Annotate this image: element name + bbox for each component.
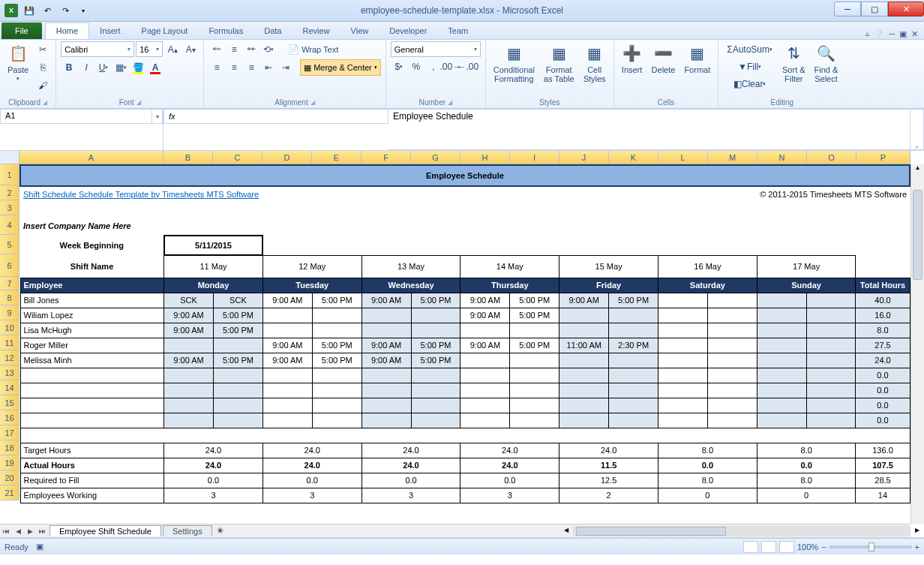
vertical-scrollbar[interactable]: ▲ <box>910 164 924 524</box>
shift-cell[interactable] <box>609 383 658 398</box>
font-size-dropdown[interactable]: 16▾ <box>136 41 163 57</box>
row-header-1[interactable]: 1 <box>0 164 20 185</box>
summary-label[interactable]: Actual Hours <box>20 458 164 473</box>
shift-cell[interactable] <box>362 398 411 413</box>
col-header-P[interactable]: P <box>856 151 910 164</box>
row-header-9[interactable]: 9 <box>0 305 20 320</box>
shift-cell[interactable] <box>460 383 510 398</box>
delete-cells-button[interactable]: ➖Delete <box>649 41 679 76</box>
title-cell[interactable]: Employee Schedule <box>20 165 910 186</box>
shift-cell[interactable]: 9:00 AM <box>262 353 312 368</box>
zoom-in-icon[interactable]: + <box>915 542 920 551</box>
merge-center-button[interactable]: ▦Merge & Center▾ <box>300 59 381 76</box>
alignment-launcher-icon[interactable]: ◢ <box>310 99 315 106</box>
shift-cell[interactable] <box>164 398 214 413</box>
paste-button[interactable]: 📋 Paste▾ <box>4 41 32 83</box>
row-header-3[interactable]: 3 <box>0 200 20 215</box>
summary-value[interactable]: 2 <box>560 488 658 503</box>
employee-name-cell[interactable]: Roger Miller <box>20 338 164 353</box>
shift-cell[interactable] <box>164 368 214 383</box>
employee-header[interactable]: Employee <box>20 278 164 293</box>
col-header-H[interactable]: H <box>460 151 510 164</box>
total-cell[interactable]: 0.0 <box>856 398 910 413</box>
shift-cell[interactable] <box>560 368 609 383</box>
summary-value[interactable]: 3 <box>460 488 560 503</box>
shift-cell[interactable] <box>806 398 856 413</box>
day-header[interactable]: Thursday <box>460 278 560 293</box>
shift-cell[interactable]: SCK <box>213 293 262 308</box>
col-header-O[interactable]: O <box>807 151 856 164</box>
total-cell[interactable]: 8.0 <box>856 323 910 338</box>
orientation-icon[interactable]: ⟲▾ <box>260 41 277 58</box>
employee-name-cell[interactable]: Wiliam Lopez <box>20 308 164 323</box>
format-cells-button[interactable]: ▦Format <box>681 41 713 76</box>
summary-value[interactable]: 0.0 <box>262 473 362 488</box>
bold-button[interactable]: B <box>61 59 77 76</box>
row-header-6[interactable]: 6 <box>0 254 20 277</box>
summary-value[interactable]: 3 <box>164 488 263 503</box>
shift-cell[interactable] <box>707 383 757 398</box>
date-header[interactable]: 12 May <box>262 255 362 278</box>
employee-name-cell[interactable] <box>20 413 164 428</box>
row-header-10[interactable]: 10 <box>0 320 20 335</box>
summary-value[interactable]: 8.0 <box>757 473 856 488</box>
summary-value[interactable]: 3 <box>262 488 362 503</box>
row-headers[interactable]: 123456789101112131415161718192021 <box>0 164 20 500</box>
shift-cell[interactable] <box>757 398 806 413</box>
shift-cell[interactable] <box>262 368 312 383</box>
row-header-20[interactable]: 20 <box>0 470 20 485</box>
row-header-11[interactable]: 11 <box>0 335 20 350</box>
shift-cell[interactable]: 5:00 PM <box>411 338 460 353</box>
day-header[interactable]: Monday <box>164 278 263 293</box>
date-header[interactable]: 14 May <box>460 255 560 278</box>
autosum-button[interactable]: Σ AutoSum▾ <box>723 41 776 58</box>
row-header-18[interactable]: 18 <box>0 440 20 455</box>
summary-total[interactable]: 28.5 <box>856 473 910 488</box>
shift-cell[interactable] <box>312 383 362 398</box>
tab-page-layout[interactable]: Page Layout <box>131 23 199 39</box>
col-header-A[interactable]: A <box>20 151 164 164</box>
cell-styles-button[interactable]: ▦Cell Styles <box>580 41 609 85</box>
horizontal-scrollbar[interactable]: ◀▶ <box>573 526 910 536</box>
summary-value[interactable]: 24.0 <box>460 443 560 458</box>
col-header-L[interactable]: L <box>658 151 708 164</box>
shift-cell[interactable] <box>757 383 806 398</box>
shift-cell[interactable] <box>262 398 312 413</box>
grow-font-icon[interactable]: A▴ <box>164 41 181 58</box>
shift-cell[interactable] <box>560 323 609 338</box>
shift-cell[interactable] <box>213 338 262 353</box>
shift-cell[interactable] <box>757 368 806 383</box>
shift-cell[interactable] <box>609 413 658 428</box>
total-cell[interactable]: 0.0 <box>856 368 910 383</box>
shift-cell[interactable] <box>757 353 806 368</box>
shift-cell[interactable]: 9:00 AM <box>460 338 510 353</box>
shift-cell[interactable] <box>312 368 362 383</box>
font-color-icon[interactable]: A <box>147 59 164 76</box>
accounting-icon[interactable]: $▾ <box>391 59 407 75</box>
summary-value[interactable]: 0.0 <box>460 473 560 488</box>
shift-cell[interactable] <box>806 368 856 383</box>
close-button[interactable]: ✕ <box>888 2 924 17</box>
shift-cell[interactable] <box>609 353 658 368</box>
shift-cell[interactable] <box>164 338 214 353</box>
wrap-text-button[interactable]: 📄Wrap Text <box>283 41 344 58</box>
summary-value[interactable]: 0 <box>658 488 758 503</box>
shift-cell[interactable] <box>658 338 708 353</box>
shift-cell[interactable] <box>460 353 510 368</box>
shift-cell[interactable]: 5:00 PM <box>411 353 460 368</box>
shift-cell[interactable] <box>707 413 757 428</box>
total-hours-header[interactable]: Total Hours <box>856 278 910 293</box>
page-break-view-icon[interactable] <box>779 541 794 553</box>
shift-cell[interactable] <box>510 413 560 428</box>
shift-cell[interactable] <box>510 368 560 383</box>
shift-cell[interactable] <box>411 398 460 413</box>
file-tab[interactable]: File <box>2 23 42 39</box>
summary-value[interactable]: 24.0 <box>460 458 560 473</box>
shift-cell[interactable] <box>757 338 806 353</box>
summary-value[interactable]: 0.0 <box>757 458 856 473</box>
shift-cell[interactable] <box>658 413 708 428</box>
total-cell[interactable]: 27.5 <box>856 338 910 353</box>
total-cell[interactable]: 0.0 <box>856 413 910 428</box>
col-header-I[interactable]: I <box>510 151 560 164</box>
sheet-nav[interactable]: ⏮◀▶⏭ <box>0 525 48 537</box>
